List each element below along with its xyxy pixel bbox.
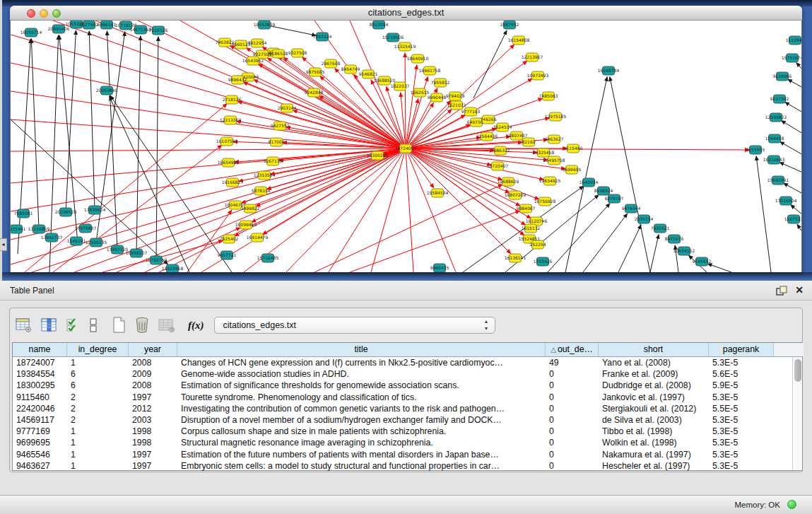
table-row[interactable]: 1938455462009Genome-wide association stu… xyxy=(13,368,802,380)
graph-node[interactable]: 16154808 xyxy=(508,36,530,45)
graph-node[interactable]: 10325458 xyxy=(533,148,555,157)
minimize-window-button[interactable] xyxy=(40,9,48,18)
graph-node[interactable]: 15751074 xyxy=(782,54,801,62)
graph-node[interactable]: 16053839 xyxy=(254,21,276,29)
graph-node[interactable]: 15716485 xyxy=(257,254,279,262)
table-row[interactable]: 946554611997Estimation of the future num… xyxy=(13,449,802,460)
graph-node[interactable]: 15218506 xyxy=(382,33,404,42)
graph-node[interactable]: 1615132 xyxy=(522,224,541,233)
graph-node[interactable]: 16756928 xyxy=(534,197,556,206)
network-canvas[interactable]: 1872400718300295155845349990448979402816… xyxy=(10,21,802,272)
graph-node[interactable]: 12095822 xyxy=(765,113,787,122)
graph-node[interactable]: 19166827 xyxy=(222,178,244,187)
graph-node[interactable]: 7932621 xyxy=(651,224,670,233)
graph-node[interactable]: 746266 xyxy=(481,115,497,124)
delete-table-icon[interactable] xyxy=(134,317,150,334)
column-header-in_degree[interactable]: in_degree xyxy=(67,343,129,356)
graph-node[interactable]: 20053840 xyxy=(96,86,118,95)
node-table-header-row[interactable]: namein_degreeyeartitle△out_de…shortpager… xyxy=(13,343,802,357)
graph-nodes[interactable]: 1872400718300295155845349990448979402816… xyxy=(11,21,801,272)
column-header-pagerank[interactable]: pagerank xyxy=(709,343,774,356)
graph-node[interactable]: 16961758 xyxy=(419,66,441,75)
table-row[interactable]: 1456911722003Disruption of a novel membe… xyxy=(13,414,802,426)
graph-node[interactable]: 9657721 xyxy=(218,251,237,259)
graph-node[interactable]: 17016504 xyxy=(775,197,797,205)
graph-node[interactable]: 12213369 xyxy=(220,116,242,124)
graph-node[interactable]: 9115460 xyxy=(564,144,583,153)
graph-node[interactable]: 6879197 xyxy=(605,194,624,203)
graph-node[interactable]: 9129966 xyxy=(773,72,792,81)
graph-node[interactable]: 9227342 xyxy=(770,95,789,103)
select-rows-check-icon[interactable] xyxy=(66,317,81,333)
graph-node[interactable]: 2687652 xyxy=(500,21,519,29)
graph-node[interactable]: 15584534 xyxy=(427,189,449,197)
graph-node[interactable]: 11156869 xyxy=(28,225,50,233)
graph-node[interactable]: 7485063 xyxy=(539,92,558,100)
memory-ok-indicator-icon[interactable] xyxy=(787,500,796,509)
graph-node[interactable]: 18640910 xyxy=(407,54,429,63)
graph-node[interactable]: 8215955 xyxy=(746,146,765,154)
column-header-name[interactable]: name xyxy=(13,343,67,356)
column-header-year[interactable]: year xyxy=(129,343,177,356)
graph-node[interactable]: 19654925 xyxy=(539,177,561,185)
graph-node[interactable]: 3915441 xyxy=(11,225,26,233)
graph-node[interactable]: 10654162 xyxy=(673,247,695,255)
graph-node[interactable]: 26495758 xyxy=(543,156,565,165)
graph-node[interactable]: 7986322 xyxy=(491,146,510,155)
column-header-out_de[interactable]: △out_de… xyxy=(546,343,599,356)
graph-node[interactable]: 1362615 xyxy=(411,88,430,97)
graph-node[interactable]: 16055714 xyxy=(20,28,42,37)
graph-node[interactable]: 9463627 xyxy=(545,135,564,144)
graph-node[interactable]: 11923468 xyxy=(162,264,184,272)
graph-node[interactable]: 8938924 xyxy=(594,187,613,195)
graph-node[interactable]: 18720407 xyxy=(487,162,509,170)
graph-node[interactable]: 13942737 xyxy=(41,233,63,242)
split-cells-icon[interactable] xyxy=(89,317,98,333)
graph-node[interactable]: 1244418 xyxy=(765,134,784,143)
graph-node[interactable]: 12213967 xyxy=(522,53,543,62)
column-header-title[interactable]: title xyxy=(177,343,546,356)
graph-node[interactable]: 9460415 xyxy=(430,264,449,272)
graph-node[interactable]: 16210643 xyxy=(763,156,785,164)
graph-node[interactable]: 5267130 xyxy=(264,157,283,165)
graph-node[interactable]: 1822037 xyxy=(391,82,410,90)
function-builder-icon[interactable]: f(x) xyxy=(188,320,204,332)
graph-node[interactable]: 18807289 xyxy=(505,191,526,199)
graph-node[interactable]: 8454749 xyxy=(341,65,360,74)
table-row[interactable]: 911546021997Tourette syndrome. Phenomeno… xyxy=(13,392,802,403)
zoom-window-button[interactable] xyxy=(52,9,61,18)
graph-node[interactable]: 817004 xyxy=(269,138,285,146)
table-row[interactable]: 977716911998Corpus callosum shape and si… xyxy=(13,426,802,437)
table-row[interactable]: 946362711997Embryonic stem cells: a mode… xyxy=(13,460,802,472)
graph-node[interactable]: 1112843 xyxy=(786,36,801,45)
table-row[interactable]: 1872400712008Changes of HCN gene express… xyxy=(13,357,802,368)
graph-node[interactable]: 252254 xyxy=(530,240,546,249)
graph-node[interactable]: 16654982 xyxy=(218,158,240,167)
graph-node[interactable]: 9699695 xyxy=(563,165,582,174)
graph-node[interactable]: 9242848 xyxy=(305,88,324,97)
graph-node[interactable]: 21564436 xyxy=(476,132,498,141)
graph-node[interactable]: 12975185 xyxy=(545,112,567,121)
network-window-titlebar[interactable]: citations_edges.txt xyxy=(10,6,802,21)
graph-node[interactable]: 7625402 xyxy=(220,235,239,243)
graph-node[interactable]: 2718126 xyxy=(223,95,242,104)
graph-node[interactable]: 20206528 xyxy=(55,208,77,216)
graph-node[interactable]: 16914479 xyxy=(247,233,269,242)
graph-node[interactable]: 17975887 xyxy=(75,224,97,233)
graph-node[interactable]: 1167533 xyxy=(784,215,801,223)
table-scrollbar-thumb[interactable] xyxy=(794,359,801,382)
column-header-short[interactable]: short xyxy=(599,343,709,356)
graph-node[interactable]: 9990448 xyxy=(428,93,447,102)
graph-node[interactable]: 9875685 xyxy=(306,68,325,76)
graph-node[interactable]: 8912954 xyxy=(248,39,267,47)
close-panel-icon[interactable]: ✕ xyxy=(795,284,804,296)
graph-node[interactable]: 16099469 xyxy=(235,221,257,229)
splitter-handle[interactable]: ◂ xyxy=(0,238,7,251)
graph-node[interactable]: 10973493 xyxy=(527,71,549,80)
graph-node[interactable]: 16958107 xyxy=(126,249,148,257)
graph-node[interactable]: 17839924 xyxy=(84,206,106,214)
graph-node[interactable]: 7585061 xyxy=(14,209,33,218)
graph-node[interactable]: 3624514 xyxy=(493,123,512,132)
graph-node[interactable]: 16136141 xyxy=(505,254,526,262)
close-window-button[interactable] xyxy=(27,9,35,18)
